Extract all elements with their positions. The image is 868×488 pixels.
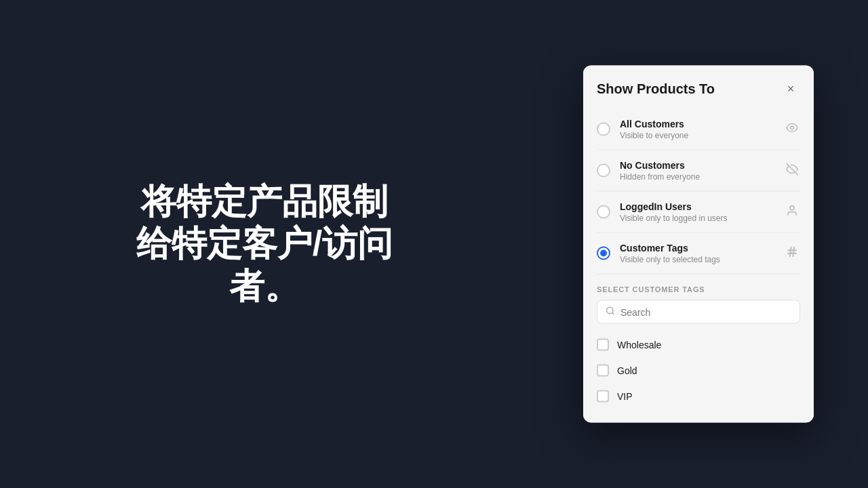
radio-loggedin-users[interactable]	[597, 205, 610, 219]
option-loggedin-users-sub: Visible only to logged in users	[620, 214, 784, 223]
option-all-customers-label: All Customers	[620, 119, 784, 129]
eye-off-icon	[784, 163, 800, 178]
modal-overlay: Show Products To × All Customers Visible…	[583, 66, 814, 423]
tag-vip-row[interactable]: VIP	[597, 384, 800, 409]
radio-customer-tags[interactable]	[597, 247, 610, 260]
tags-section: SELECT CUSTOMER TAGS Wholesale	[597, 285, 800, 409]
option-no-customers[interactable]: No Customers Hidden from everyone	[597, 150, 800, 192]
eye-icon	[784, 122, 800, 137]
close-button[interactable]: ×	[781, 79, 800, 98]
radio-no-customers[interactable]	[597, 164, 610, 178]
tag-gold-row[interactable]: Gold	[597, 358, 800, 384]
option-customer-tags-label: Customer Tags	[620, 243, 784, 253]
option-no-customers-text: No Customers Hidden from everyone	[620, 160, 784, 182]
tags-section-label: SELECT CUSTOMER TAGS	[597, 285, 800, 293]
svg-line-5	[790, 247, 791, 257]
modal: Show Products To × All Customers Visible…	[583, 66, 814, 423]
option-no-customers-sub: Hidden from everyone	[620, 172, 784, 182]
search-box[interactable]	[597, 300, 800, 324]
search-input[interactable]	[620, 306, 791, 317]
option-loggedin-users-text: LoggedIn Users Visible only to logged in…	[620, 201, 784, 223]
checkbox-wholesale[interactable]	[597, 339, 609, 351]
option-customer-tags[interactable]: Customer Tags Visible only to selected t…	[597, 233, 800, 274]
hash-icon	[784, 246, 800, 261]
svg-line-6	[793, 247, 795, 257]
tag-gold-label: Gold	[617, 365, 637, 376]
option-loggedin-users-label: LoggedIn Users	[620, 201, 784, 212]
checkbox-gold[interactable]	[597, 365, 609, 377]
option-customer-tags-text: Customer Tags Visible only to selected t…	[620, 243, 784, 264]
svg-point-2	[790, 206, 794, 210]
option-customer-tags-sub: Visible only to selected tags	[620, 255, 784, 264]
svg-point-0	[791, 126, 794, 129]
user-icon	[784, 205, 800, 220]
option-loggedin-users[interactable]: LoggedIn Users Visible only to logged in…	[597, 192, 800, 233]
tag-wholesale-row[interactable]: Wholesale	[597, 332, 800, 358]
modal-title: Show Products To	[597, 81, 715, 96]
checkbox-vip[interactable]	[597, 390, 609, 403]
hero-text: 将特定产品限制给特定客户/访问者。	[136, 180, 393, 307]
option-all-customers-sub: Visible to everyone	[620, 131, 784, 140]
tag-vip-label: VIP	[617, 391, 633, 402]
option-all-customers[interactable]: All Customers Visible to everyone	[597, 109, 800, 150]
modal-body: All Customers Visible to everyone No Cus…	[583, 109, 814, 423]
search-icon	[606, 306, 615, 318]
modal-header: Show Products To ×	[583, 66, 814, 109]
option-all-customers-text: All Customers Visible to everyone	[620, 119, 784, 140]
tag-wholesale-label: Wholesale	[617, 340, 661, 350]
radio-all-customers[interactable]	[597, 123, 610, 136]
option-no-customers-label: No Customers	[620, 160, 784, 171]
svg-line-8	[612, 312, 614, 314]
